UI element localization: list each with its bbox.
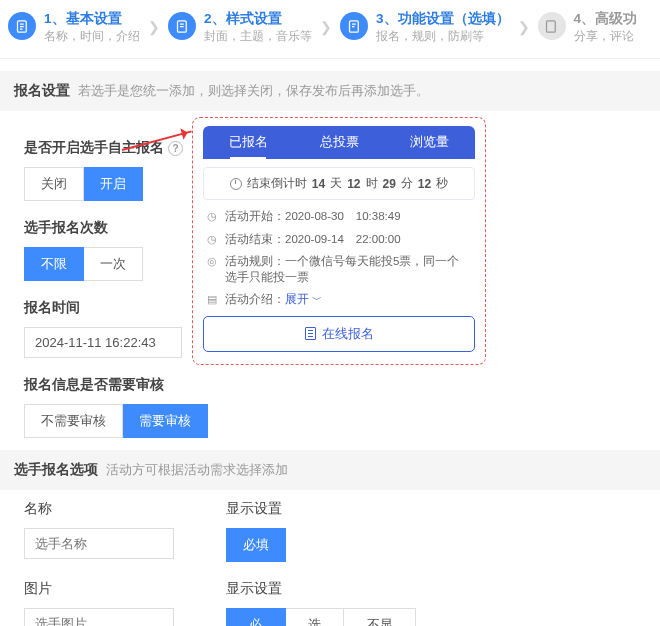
chevron-right-icon: ❯: [518, 19, 530, 35]
pic-required-button[interactable]: 必填: [226, 608, 286, 626]
pic-input[interactable]: [24, 608, 174, 626]
svg-rect-3: [547, 20, 556, 31]
audit-group: 不需要审核 需要审核: [24, 404, 636, 438]
step-4-icon: [538, 12, 566, 40]
step-4[interactable]: 4、高级功分享，评论: [538, 10, 638, 44]
name-required-button[interactable]: 必填: [226, 528, 286, 562]
clock-icon: ◷: [207, 209, 219, 224]
rule-icon: ◎: [207, 254, 219, 285]
step-2[interactable]: 2、样式设置封面，主题，音乐等: [168, 10, 312, 44]
step-1-title: 1、基本设置: [44, 10, 140, 28]
step-4-sub: 分享，评论: [574, 28, 638, 44]
clock-icon: [230, 178, 242, 190]
section2-title: 选手报名选项: [14, 461, 98, 479]
section2-hint: 活动方可根据活动需求选择添加: [106, 462, 288, 479]
audit-label: 报名信息是否需要审核: [24, 376, 164, 394]
help-icon[interactable]: ?: [168, 141, 183, 156]
audit-no-button[interactable]: 不需要审核: [24, 404, 123, 438]
tab-votes[interactable]: 总投票: [294, 126, 385, 159]
step-1-sub: 名称，时间，介绍: [44, 28, 140, 44]
section-hint: 若选手是您统一添加，则选择关闭，保存发布后再添加选手。: [78, 83, 429, 100]
step-3[interactable]: 3、功能设置（选填）报名，规则，防刷等: [340, 10, 510, 44]
section-signup-options: 选手报名选项活动方可根据活动需求选择添加 名称 显示设置 必填 图片 显示设置 …: [0, 450, 660, 626]
step-1[interactable]: 1、基本设置名称，时间，介绍: [8, 10, 140, 44]
pic-optional-button[interactable]: 选填: [286, 608, 345, 626]
step-4-title: 4、高级功: [574, 10, 638, 28]
clock-icon: ◷: [207, 232, 219, 247]
times-unlimited-button[interactable]: 不限: [24, 247, 84, 281]
times-label: 选手报名次数: [24, 219, 108, 237]
time-start-input[interactable]: [24, 327, 182, 358]
step-3-title: 3、功能设置（选填）: [376, 10, 510, 28]
audit-yes-button[interactable]: 需要审核: [123, 404, 208, 438]
step-2-sub: 封面，主题，音乐等: [204, 28, 312, 44]
preview-tabs: 已报名 总投票 浏览量: [203, 126, 475, 159]
tab-signed[interactable]: 已报名: [203, 126, 294, 159]
chevron-right-icon: ❯: [148, 19, 160, 35]
chevron-right-icon: ❯: [320, 19, 332, 35]
progress-steps: 1、基本设置名称，时间，介绍 ❯ 2、样式设置封面，主题，音乐等 ❯ 3、功能设…: [0, 0, 660, 59]
step-2-icon: [168, 12, 196, 40]
pic-display-label: 显示设置: [226, 580, 416, 598]
times-once-button[interactable]: 一次: [84, 247, 143, 281]
tab-views[interactable]: 浏览量: [384, 126, 475, 159]
countdown: 结束倒计时 14天 12时 29分 12秒: [203, 167, 475, 200]
section-title: 报名设置: [14, 82, 70, 100]
online-signup-button[interactable]: 在线报名: [203, 316, 475, 352]
enable-close-button[interactable]: 关闭: [24, 167, 84, 201]
preview-popup: 已报名 总投票 浏览量 结束倒计时 14天 12时 29分 12秒 ◷活动开始：…: [192, 117, 486, 364]
display-label: 显示设置: [226, 500, 286, 518]
doc-icon: ▤: [207, 292, 219, 307]
preview-info: ◷活动开始：2020-08-30 10:38:49 ◷活动结束：2020-09-…: [203, 208, 475, 307]
name-label: 名称: [24, 500, 214, 518]
name-input[interactable]: [24, 528, 174, 559]
step-3-icon: [340, 12, 368, 40]
pic-hide-button[interactable]: 不显示: [344, 608, 416, 626]
time-label: 报名时间: [24, 299, 80, 317]
expand-link[interactable]: 展开: [285, 293, 322, 305]
pic-label: 图片: [24, 580, 214, 598]
step-3-sub: 报名，规则，防刷等: [376, 28, 510, 44]
form-icon: [305, 327, 316, 340]
step-2-title: 2、样式设置: [204, 10, 312, 28]
section-signup-settings: 报名设置若选手是您统一添加，则选择关闭，保存发布后再添加选手。 已报名 总投票 …: [0, 71, 660, 438]
step-1-icon: [8, 12, 36, 40]
enable-open-button[interactable]: 开启: [84, 167, 143, 201]
